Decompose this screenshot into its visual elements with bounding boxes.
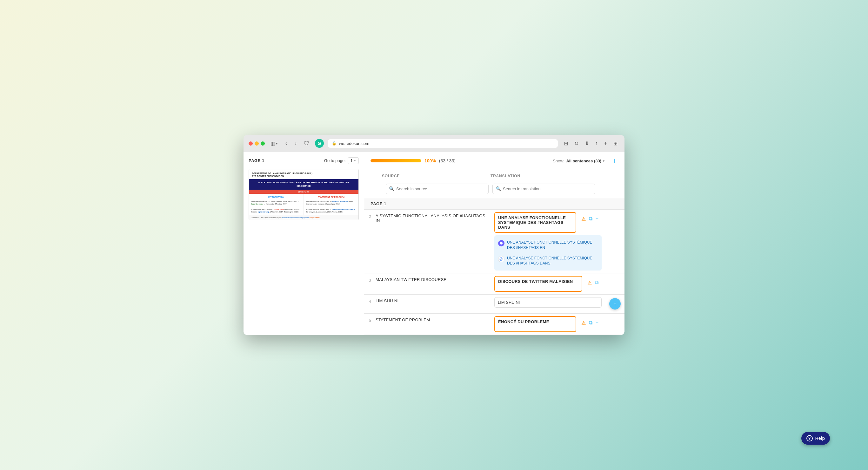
share-button[interactable]: ↑: [593, 139, 600, 147]
scroll-to-top-button[interactable]: ↑: [609, 298, 621, 309]
suggestion-text: UNE ANALYSE FONCTIONNELLE SYSTÉMIQUE DES…: [507, 240, 598, 250]
col-headers: SOURCE TRANSLATION: [364, 170, 624, 181]
translation-input[interactable]: ÉNONCÉ DU PROBLÈME: [494, 316, 576, 332]
translation-input[interactable]: LIM SHU NI: [494, 297, 601, 308]
forward-button[interactable]: ›: [293, 139, 298, 147]
address-bar[interactable]: 🔒 we.redokun.com: [328, 139, 558, 148]
chevron-down-icon: ▾: [602, 159, 604, 163]
browser-titlebar: ▥ ▾ ‹ › 🛡 G 🔒 we.redokun.com ⊞ ↻ ⬇ ↑ + ⊞: [244, 135, 624, 152]
sidebar-toggle-button[interactable]: ▥ ▾: [269, 139, 280, 148]
goto-page: Go to page: 1 ▾: [324, 157, 359, 164]
add-button[interactable]: +: [595, 215, 599, 222]
translation-cell[interactable]: DISCOURS DE TWITTER MALAISIEN ⚠ ⧉: [491, 273, 606, 294]
maximize-button[interactable]: [261, 141, 265, 145]
download-button[interactable]: ⬇: [583, 139, 591, 148]
filter-value-text: All sentences (33): [566, 159, 601, 163]
list-item[interactable]: G UNE ANALYSE FONCTIONNELLE SYSTEMIQUE D…: [494, 253, 601, 269]
fyp-line: FYP POSTER PRESENTATION: [252, 175, 355, 178]
grammarly-icon[interactable]: G: [315, 139, 324, 148]
traffic-lights: [249, 141, 265, 145]
doc-intro-col: INTRODUCTION #Hashtags were introduced a…: [249, 194, 304, 215]
grid-view-button[interactable]: ⊞: [612, 139, 619, 148]
translation-input-wrapper: DISCOURS DE TWITTER MALAISIEN: [494, 276, 582, 292]
row-number: 4: [364, 295, 376, 313]
table-row: 4 LIM SHU NI LIM SHU NI: [364, 295, 624, 314]
intro-title: INTRODUCTION: [251, 196, 301, 199]
refresh-button[interactable]: ↻: [572, 139, 580, 148]
page-num-badge[interactable]: 1 ▾: [348, 157, 359, 164]
source-cell: STATEMENT OF PROBLEM: [376, 314, 491, 335]
translation-search-input[interactable]: [492, 183, 595, 194]
page-label: PAGE 1: [249, 158, 265, 163]
problem-text2: Existing semiotic studies tend to single…: [306, 208, 356, 213]
translation-cell[interactable]: LIM SHU NI: [491, 295, 606, 313]
copy-button[interactable]: ⧉: [594, 279, 599, 286]
translation-search-wrapper: 🔍: [492, 183, 595, 194]
list-item[interactable]: UNE ANALYSE FONCTIONNELLE SYSTÉMIQUE DES…: [494, 237, 601, 253]
translation-input-group: ÉNONCÉ DU PROBLÈME ⚠ ⧉ +: [494, 316, 601, 332]
help-label: Help: [815, 436, 825, 441]
copy-button[interactable]: ⧉: [588, 215, 593, 222]
progress-container: 100% (33 / 33): [371, 158, 547, 163]
source-cell: A SYSTEMIC FUNCTIONAL ANALYSIS OF #HASHT…: [376, 210, 491, 273]
translation-input[interactable]: DISCOURS DE TWITTER MALAISIEN: [494, 276, 582, 292]
progress-bar-bg: [371, 159, 421, 162]
footer-text: Sometimes I don't quite understand mysel…: [251, 216, 281, 219]
problem-title: STATEMENT OF PROBLEM: [306, 196, 356, 199]
search-icon: 🔍: [496, 186, 501, 191]
sidebar-icon: ▥: [271, 140, 275, 146]
svg-text:G: G: [500, 258, 502, 260]
row-number: 2: [364, 210, 376, 273]
warning-icon-button[interactable]: ⚠: [587, 279, 592, 287]
add-button[interactable]: +: [595, 320, 599, 326]
progress-count: (33 / 33): [439, 158, 456, 163]
arrow-up-icon: ↑: [614, 301, 616, 307]
top-bar: 100% (33 / 33) Show: All sentences (33) …: [364, 152, 624, 170]
copy-button[interactable]: ⧉: [588, 320, 593, 326]
doc-author-bar: LIM SHU NI: [249, 190, 359, 194]
translation-col-header: TRANSLATION: [491, 174, 599, 178]
filter-dropdown[interactable]: All sentences (33) ▾: [566, 159, 604, 163]
problem-text1: Hashtags should be analysed as semiotic …: [306, 200, 356, 205]
google-suggestion-icon: G: [498, 256, 504, 262]
intro-text1: #Hashtags were introduced as a tool for …: [251, 200, 301, 205]
close-button[interactable]: [249, 141, 253, 145]
translation-cell[interactable]: UNE ANALYSE FONCTIONNELLE SYSTEMIQUE DES…: [491, 210, 606, 273]
show-filter: Show: All sentences (33) ▾: [553, 159, 604, 163]
new-tab-button[interactable]: +: [602, 139, 609, 147]
warning-icon-button[interactable]: ⚠: [581, 320, 586, 327]
progress-bar-fill: [371, 159, 421, 162]
source-cell: LIM SHU NI: [376, 295, 491, 313]
back-icon: ‹: [285, 140, 287, 146]
translation-input-active[interactable]: UNE ANALYSE FONCTIONNELLE SYSTEMIQUE DES…: [494, 212, 576, 233]
progress-percent: 100%: [425, 158, 436, 163]
search-icon: 🔍: [389, 186, 394, 191]
filter-icon: ⬇: [612, 158, 617, 164]
page-section-header: PAGE 1: [364, 198, 624, 210]
shield-icon: 🛡: [302, 139, 311, 148]
translation-input-group: DISCOURS DE TWITTER MALAISIEN ⚠ ⧉: [494, 276, 601, 292]
help-button[interactable]: ? Help: [801, 432, 830, 445]
table-row: 5 STATEMENT OF PROBLEM ÉNONCÉ DU PROBLÈM…: [364, 314, 624, 335]
source-search-wrapper: 🔍: [386, 183, 489, 194]
suggestion-text: UNE ANALYSE FONCTIONNELLE SYSTEMIQUE DES…: [507, 256, 598, 266]
back-button[interactable]: ‹: [283, 139, 289, 147]
translate-icon-button[interactable]: ⊞: [562, 139, 570, 148]
ai-suggestion-icon: [498, 240, 504, 246]
warning-icon-button[interactable]: ⚠: [581, 215, 586, 223]
row-actions: ⚠ ⧉: [584, 276, 601, 290]
translation-cell[interactable]: ÉNONCÉ DU PROBLÈME ⚠ ⧉ +: [491, 314, 606, 335]
help-icon: ?: [806, 435, 813, 441]
download-filter-button[interactable]: ⬇: [611, 156, 618, 166]
minimize-button[interactable]: [255, 141, 259, 145]
show-label: Show:: [553, 159, 564, 163]
row-number: 5: [364, 314, 376, 335]
intro-text2: People have demonstrated creative uses o…: [251, 208, 301, 213]
source-cell: MALAYSIAN TWITTER DISCOURSE: [376, 273, 491, 294]
hashtag1: #likewhatsareyoueverthinkingrightnow: [282, 216, 309, 219]
translation-area: 2 A SYSTEMIC FUNCTIONAL ANALYSIS OF #HAS…: [364, 210, 624, 335]
doc-footer: Sometimes I don't quite understand mysel…: [249, 215, 359, 220]
source-search-input[interactable]: [386, 183, 489, 194]
lock-icon: 🔒: [332, 141, 337, 145]
doc-problem-col: STATEMENT OF PROBLEM Hashtags should be …: [304, 194, 359, 215]
